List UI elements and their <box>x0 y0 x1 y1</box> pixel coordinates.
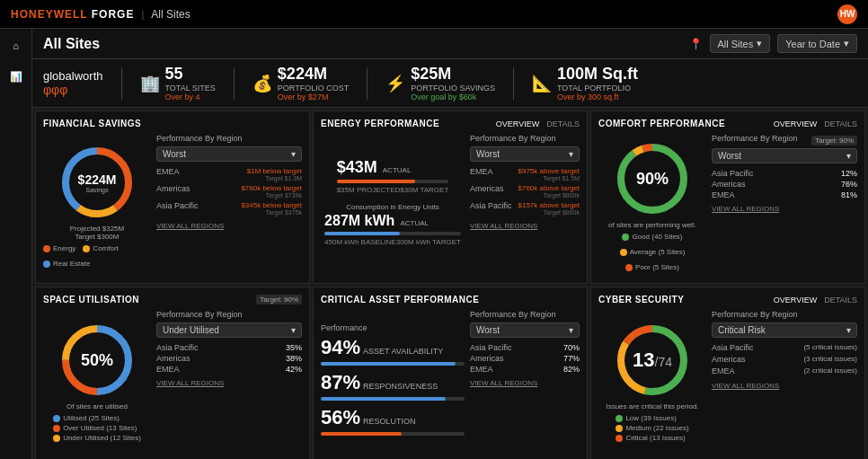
energy-tab-details[interactable]: DETAILS <box>546 119 580 128</box>
energy-card-title: ENERGY PERFORMANCE <box>321 119 439 128</box>
critical-availability-value: 94% <box>321 336 360 358</box>
cyber-region-americas: Americas (3 critical issues) <box>712 355 857 364</box>
space-view-all[interactable]: VIEW ALL REGIONS <box>156 379 302 387</box>
stat-portfolio-savings: ⚡ $25M PORTFOLIO SAVINGS Over goal by $6… <box>385 65 495 102</box>
critical-region-americas: Americas 77% <box>470 354 580 363</box>
brand-name: globalworth <box>43 69 103 83</box>
energy-kwh-metric: 287M kWh ACTUAL 450M kWh BASELINE 300M k… <box>324 213 461 246</box>
comfort-donut-label: 90% <box>636 170 669 189</box>
financial-card-content: $224M Savings Projected $325M Target $30… <box>43 134 302 276</box>
summary-bar: globalworth φφφ 🏢 55 TOTAL SITES Over by… <box>32 59 868 108</box>
critical-view-all[interactable]: VIEW ALL REGIONS <box>470 379 580 387</box>
critical-card-header: CRITICAL ASSET PERFORMANCE <box>321 295 580 305</box>
financial-region-americas: Americas $780k below targetTarget $739k <box>156 184 302 199</box>
critical-metric3: 56% RESOLUTION <box>321 406 416 429</box>
space-utilisation-card: SPACE UTILISATION Target: 90% <box>35 287 310 459</box>
critical-responsiveness-bar <box>321 397 465 401</box>
cyber-region-title: Performance By Region <box>712 310 857 319</box>
energy-dollar-bar-labels: $35M PROJECTED $30M TARGET <box>337 186 449 194</box>
space-region-title: Performance By Region <box>156 310 302 319</box>
summary-divider4 <box>513 67 514 100</box>
cards-grid: FINANCIAL SAVINGS $224M <box>32 108 868 459</box>
stat-total-sites: 🏢 55 TOTAL SITES Over by 4 <box>140 65 216 102</box>
topbar: All Sites 📍 All Sites ▾ Year to Date ▾ <box>32 29 868 59</box>
main-content: All Sites 📍 All Sites ▾ Year to Date ▾ g… <box>32 29 868 459</box>
energy-region-title: Performance By Region <box>470 134 580 143</box>
location-filter-dropdown[interactable]: All Sites ▾ <box>710 34 771 53</box>
comfort-tab-details[interactable]: DETAILS <box>824 119 857 128</box>
cyber-donut: 13/74 <box>612 320 693 401</box>
critical-region-emea: EMEA 82% <box>470 365 580 374</box>
energy-card-content: $43M ACTUAL $35M PROJECTED $30M TARGET <box>321 134 580 276</box>
comfort-card-content: 90% of sites are performing well. Good (… <box>598 134 857 276</box>
energy-dollar-bar <box>337 180 449 183</box>
energy-card-left: $43M ACTUAL $35M PROJECTED $30M TARGET <box>321 134 465 276</box>
header-divider: | <box>141 9 144 20</box>
cyber-card-left: 13/74 Issues are critical this period. L… <box>598 310 706 452</box>
user-avatar[interactable]: HW <box>837 4 857 24</box>
app-header: HONEYWELL FORGE | All Sites HW <box>0 0 868 29</box>
space-region-americas: Americas 38% <box>156 354 302 363</box>
space-region-emea: EMEA 42% <box>156 365 302 374</box>
comfort-region-title: Performance By Region <box>712 134 798 143</box>
legend-good: Good (40 Sites) <box>622 233 682 241</box>
energy-kwh-value: 287M kWh <box>324 213 394 228</box>
cyber-donut-main: 13 <box>633 349 654 371</box>
cyber-card-title: CYBER SECURITY <box>598 295 684 305</box>
cyber-legend: Low (39 Issues) Medium (22 Issues) Criti… <box>616 414 688 442</box>
cyber-tab-overview[interactable]: OVERVIEW <box>774 296 817 305</box>
app-layout: ⌂ 📊 All Sites 📍 All Sites ▾ Year to Date… <box>0 29 868 459</box>
comfort-donut-sub: of sites are performing well. <box>608 221 696 229</box>
app-logo: HONEYWELL FORGE <box>11 8 134 21</box>
comfort-performance-card: COMFORT PERFORMANCE OVERVIEW DETAILS <box>590 110 865 284</box>
legend-average: Average (5 Sites) <box>620 248 686 256</box>
financial-donut-sub: Savings <box>78 187 117 193</box>
cyber-tab-details[interactable]: DETAILS <box>824 296 857 305</box>
legend-energy: Energy <box>43 244 75 252</box>
space-donut-label: 50% <box>81 351 113 370</box>
critical-resolution-bar <box>321 432 465 436</box>
critical-metric1: 94% ASSET AVAILABILITY <box>321 336 443 359</box>
comfort-view-all[interactable]: VIEW ALL REGIONS <box>712 205 857 213</box>
sidebar-chart-icon[interactable]: 📊 <box>6 66 26 86</box>
financial-view-all[interactable]: VIEW ALL REGIONS <box>156 222 302 230</box>
energy-card-header: ENERGY PERFORMANCE OVERVIEW DETAILS <box>321 119 580 128</box>
sidebar-home-icon[interactable]: ⌂ <box>6 36 26 56</box>
legend-under-utilised: Under Utilised (12 Sites) <box>53 434 141 442</box>
energy-tab-overview[interactable]: OVERVIEW <box>496 119 539 128</box>
financial-savings-card: FINANCIAL SAVINGS $224M <box>35 110 310 284</box>
cyber-security-card: CYBER SECURITY OVERVIEW DETAILS <box>590 287 865 459</box>
cyber-region-dropdown[interactable]: Critical Risk ▾ <box>712 322 857 338</box>
space-region-dropdown[interactable]: Under Utilised ▾ <box>156 322 302 338</box>
area-icon: 📐 <box>532 74 552 93</box>
location-icon: 📍 <box>689 38 703 50</box>
financial-region-dropdown[interactable]: Worst ▾ <box>156 146 302 162</box>
brand-dots: φφφ <box>43 83 103 97</box>
dollar-icon: 💰 <box>252 74 272 93</box>
comfort-card-left: 90% of sites are performing well. Good (… <box>598 134 706 276</box>
financial-target: Target $300M <box>75 233 120 241</box>
legend-poor: Poor (5 Sites) <box>625 263 679 271</box>
energy-region-dropdown[interactable]: Worst ▾ <box>470 146 580 162</box>
space-card-header: SPACE UTILISATION Target: 90% <box>43 295 302 305</box>
space-card-right: Performance By Region Under Utilised ▾ A… <box>156 310 302 452</box>
comfort-region-dropdown[interactable]: Worst ▾ <box>712 148 857 163</box>
critical-region-title: Performance By Region <box>470 310 580 319</box>
energy-dollar-value: $43M <box>337 158 377 176</box>
comfort-tab-overview[interactable]: OVERVIEW <box>774 119 817 128</box>
financial-donut: $224M Savings <box>57 142 137 223</box>
brand-logo: globalworth φφφ <box>43 69 103 97</box>
energy-view-all[interactable]: VIEW ALL REGIONS <box>470 222 580 230</box>
space-card-content: 50% Of sites are utilised Utilised (25 S… <box>43 310 302 452</box>
comfort-card-title: COMFORT PERFORMANCE <box>598 119 725 128</box>
legend-critical: Critical (13 Issues) <box>616 434 688 442</box>
critical-card-content: Performance 94% ASSET AVAILABILITY 87% R… <box>321 310 580 452</box>
header-section: All Sites <box>151 8 190 21</box>
date-filter-dropdown[interactable]: Year to Date ▾ <box>777 34 857 53</box>
cyber-card-tabs: OVERVIEW DETAILS <box>774 296 857 305</box>
critical-region-dropdown[interactable]: Worst ▾ <box>470 322 580 338</box>
sidebar: ⌂ 📊 <box>0 29 32 459</box>
cyber-donut-total: /74 <box>655 355 672 369</box>
legend-low: Low (39 Issues) <box>616 414 688 422</box>
cyber-view-all[interactable]: VIEW ALL REGIONS <box>712 382 857 390</box>
